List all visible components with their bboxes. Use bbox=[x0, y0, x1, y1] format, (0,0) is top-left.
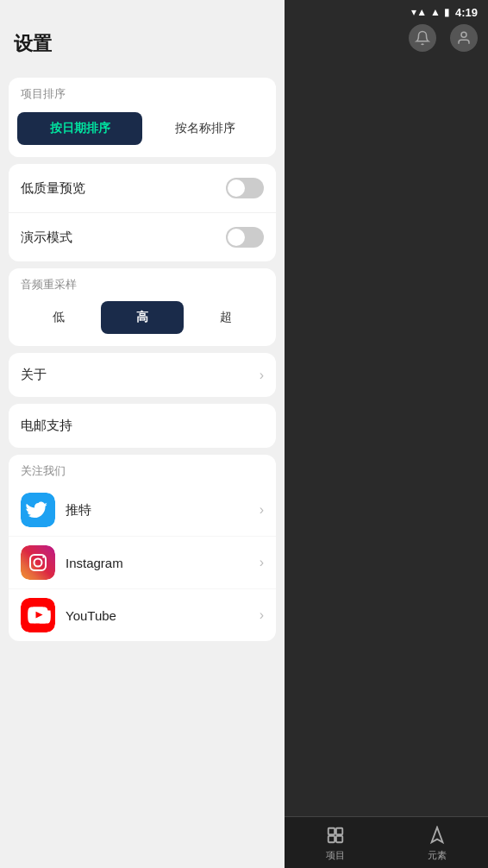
svg-rect-10 bbox=[336, 836, 342, 842]
youtube-icon bbox=[21, 598, 55, 632]
svg-marker-11 bbox=[432, 827, 443, 842]
sort-label: 项目排序 bbox=[9, 78, 276, 107]
user-icon[interactable] bbox=[450, 24, 478, 52]
twitter-row[interactable]: 推特 › bbox=[9, 484, 276, 537]
toggle-row-demo-mode: 演示模式 bbox=[9, 213, 276, 261]
follow-section: 关注我们 推特 › bbox=[9, 455, 276, 641]
twitter-name: 推特 bbox=[66, 502, 260, 519]
youtube-name: YouTube bbox=[66, 608, 260, 623]
signal-icon: ▲ bbox=[430, 6, 441, 18]
toggle-demo-mode-switch[interactable] bbox=[226, 227, 264, 248]
status-icons: ▾▲ ▲ ▮ bbox=[411, 6, 450, 18]
bottom-nav: 项目 元素 bbox=[285, 816, 488, 868]
instagram-chevron-icon: › bbox=[260, 555, 264, 570]
elements-icon bbox=[425, 823, 449, 847]
svg-rect-9 bbox=[328, 836, 335, 842]
twitter-chevron-icon: › bbox=[260, 502, 264, 518]
about-section: 关于 › bbox=[9, 353, 276, 397]
audio-section: 音频重采样 低 高 超 bbox=[9, 268, 276, 346]
email-support-section: 电邮支持 bbox=[9, 404, 276, 448]
nav-elements-label: 元素 bbox=[428, 849, 447, 862]
instagram-name: Instagram bbox=[66, 556, 260, 570]
youtube-row[interactable]: YouTube › bbox=[9, 589, 276, 641]
follow-label: 关注我们 bbox=[9, 455, 276, 484]
toggle-demo-mode-label: 演示模式 bbox=[21, 230, 72, 246]
svg-rect-7 bbox=[328, 828, 335, 834]
about-row[interactable]: 关于 › bbox=[9, 353, 276, 397]
audio-ultra-button[interactable]: 超 bbox=[184, 301, 267, 334]
toggle-row-low-quality: 低质量预览 bbox=[9, 164, 276, 213]
svg-point-6 bbox=[461, 32, 466, 37]
audio-high-button[interactable]: 高 bbox=[101, 301, 185, 334]
svg-point-4 bbox=[42, 556, 44, 557]
nav-elements[interactable]: 元素 bbox=[425, 823, 449, 862]
instagram-icon bbox=[21, 545, 55, 580]
sort-buttons-group: 按日期排序 按名称排序 bbox=[9, 107, 276, 157]
toggle-low-quality-label: 低质量预览 bbox=[21, 180, 85, 197]
audio-label: 音频重采样 bbox=[17, 277, 267, 301]
email-support-row[interactable]: 电邮支持 bbox=[9, 404, 276, 448]
nav-projects-label: 项目 bbox=[326, 849, 345, 862]
right-top-icons bbox=[409, 24, 478, 52]
svg-rect-1 bbox=[21, 545, 55, 580]
status-time: 4:19 bbox=[455, 6, 478, 19]
projects-icon bbox=[323, 823, 347, 847]
right-panel: 项目 元素 bbox=[285, 0, 488, 868]
audio-low-button[interactable]: 低 bbox=[17, 301, 101, 334]
twitter-icon-wrap bbox=[21, 493, 55, 527]
audio-buttons-group: 低 高 超 bbox=[17, 301, 267, 334]
instagram-icon-wrap bbox=[21, 545, 55, 580]
nav-projects[interactable]: 项目 bbox=[323, 823, 347, 862]
youtube-icon-wrap bbox=[21, 598, 55, 632]
status-bar: ▾▲ ▲ ▮ 4:19 bbox=[0, 0, 488, 24]
about-label: 关于 bbox=[21, 367, 47, 383]
twitter-icon bbox=[21, 493, 55, 527]
instagram-row[interactable]: Instagram › bbox=[9, 537, 276, 589]
battery-icon: ▮ bbox=[444, 6, 450, 18]
svg-rect-8 bbox=[336, 828, 342, 834]
about-chevron-icon: › bbox=[260, 368, 264, 383]
sort-by-name-button[interactable]: 按名称排序 bbox=[142, 112, 267, 145]
settings-panel: 设置 项目排序 按日期排序 按名称排序 低质量预览 演示模式 音频重采样 低 高… bbox=[0, 0, 285, 868]
sort-section: 项目排序 按日期排序 按名称排序 bbox=[9, 78, 276, 157]
toggle-section: 低质量预览 演示模式 bbox=[9, 164, 276, 261]
youtube-chevron-icon: › bbox=[260, 607, 264, 623]
wifi-icon: ▾▲ bbox=[411, 6, 427, 18]
sort-by-date-button[interactable]: 按日期排序 bbox=[17, 112, 142, 145]
bell-icon[interactable] bbox=[409, 24, 436, 52]
toggle-low-quality-switch[interactable] bbox=[226, 178, 264, 198]
email-support-label: 电邮支持 bbox=[21, 418, 72, 434]
